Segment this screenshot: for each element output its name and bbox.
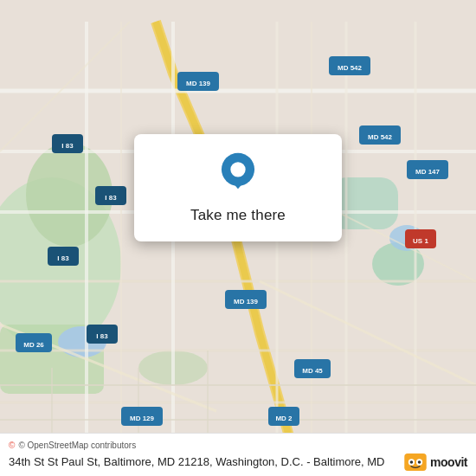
svg-text:I 83: I 83: [105, 194, 117, 202]
svg-text:MD 129: MD 129: [130, 415, 155, 422]
svg-point-67: [410, 460, 414, 464]
attribution-row: © © OpenStreetMap contributors: [9, 441, 467, 450]
moovit-icon: [403, 453, 428, 471]
svg-point-68: [418, 460, 421, 464]
svg-text:I 83: I 83: [61, 142, 74, 150]
svg-text:US 1: US 1: [413, 237, 428, 245]
svg-text:MD 542: MD 542: [368, 133, 393, 141]
svg-text:MD 139: MD 139: [186, 80, 211, 87]
moovit-label: moovit: [430, 455, 467, 469]
bottom-info-bar: © © OpenStreetMap contributors 34th St S…: [0, 433, 476, 476]
map-container: I 83 I 83 I 83 I 83 MD 139 MD 139 MD 542…: [0, 0, 476, 476]
navigation-card: Take me there: [134, 134, 342, 241]
svg-text:MD 26: MD 26: [23, 341, 44, 349]
svg-text:MD 147: MD 147: [415, 168, 441, 176]
svg-text:MD 2: MD 2: [275, 415, 293, 422]
address-row: 34th St St Paul St, Baltimore, MD 21218,…: [9, 453, 467, 471]
svg-text:MD 139: MD 139: [234, 298, 259, 306]
svg-text:MD 45: MD 45: [302, 367, 323, 375]
svg-text:MD 542: MD 542: [338, 64, 363, 72]
address-text: 34th St St Paul St, Baltimore, MD 21218,…: [9, 455, 396, 470]
location-pin-icon: [215, 151, 261, 196]
osm-logo: ©: [9, 441, 15, 450]
attribution-text: © OpenStreetMap contributors: [18, 441, 136, 450]
moovit-logo: moovit: [403, 453, 467, 471]
svg-point-62: [230, 162, 245, 177]
svg-text:I 83: I 83: [57, 254, 69, 262]
take-me-there-button[interactable]: Take me there: [151, 205, 325, 226]
svg-text:I 83: I 83: [96, 332, 108, 340]
